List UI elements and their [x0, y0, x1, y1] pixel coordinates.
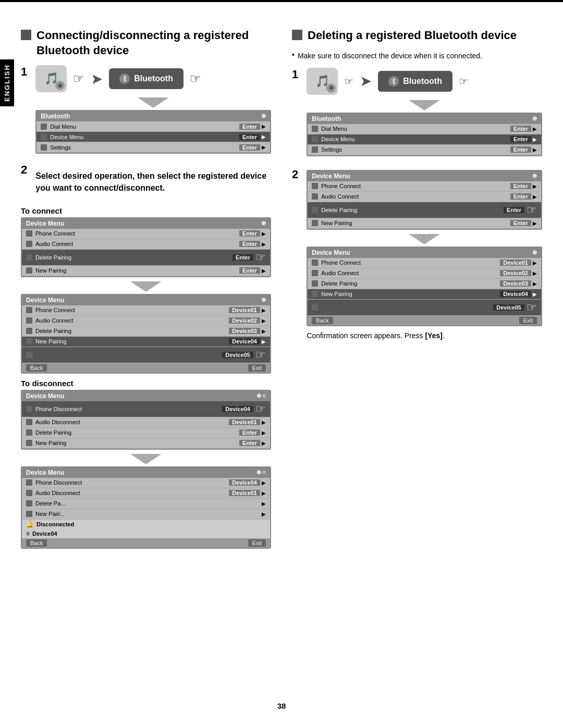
row-label: Device Menu	[321, 136, 510, 142]
bt-symbol-1: ⊕	[261, 113, 266, 120]
row-value: Device01	[500, 260, 531, 266]
connect-rows-2: Phone Connect Device01 ▶ Audio Connect D…	[22, 305, 270, 363]
row-value: Enter	[232, 254, 253, 261]
delete-rows-2: Phone Connect Device01 ▶ Audio Connect D…	[308, 258, 541, 316]
screen-row: Settings Enter ▶	[308, 145, 541, 155]
left-section-title: Connecting/disconnecting a registered Bl…	[21, 28, 271, 58]
hand-icon-6: ☞	[527, 203, 537, 217]
right-section-title: Deleting a registered Bluetooth device	[292, 28, 542, 43]
screen-row: Audio Disconnect Device01 ▶	[22, 488, 270, 499]
arrow-down-1	[35, 97, 271, 108]
row-icon	[26, 406, 32, 412]
row-icon	[26, 352, 32, 358]
delete-back-button[interactable]: Back	[312, 317, 333, 324]
row-arrow: ▶	[262, 501, 266, 507]
right-section: Deleting a registered Bluetooth device •…	[292, 28, 542, 687]
row-icon	[312, 146, 318, 153]
row-arrow: ▶	[262, 268, 266, 274]
row-arrow: ▶	[533, 291, 537, 297]
popup-text: Disconnected	[36, 521, 74, 527]
bullet-icon: •	[292, 51, 295, 59]
connect-rows-1: Phone Connect Enter ▶ Audio Connect Ente…	[22, 229, 270, 276]
row-value: Enter	[239, 267, 260, 274]
right-step2-number: 2	[292, 168, 298, 181]
back-button-2[interactable]: Back	[26, 539, 47, 547]
row-icon	[26, 500, 32, 507]
row-value: Enter	[510, 126, 531, 132]
right-bt-row: 🎵 ⚙ ☞ ➤ Bluetooth ☞	[307, 68, 542, 95]
row-label: Delete Pairing	[35, 254, 232, 261]
row-arrow: ▶	[262, 511, 266, 517]
row-arrow: ▶	[262, 124, 266, 129]
row-value: Device01	[229, 307, 260, 313]
row-arrow: ▶	[262, 328, 266, 334]
row-arrow: ▶	[262, 307, 266, 313]
exit-button[interactable]: Exit	[248, 364, 266, 372]
hand-icon-5: ☞	[255, 402, 266, 416]
row-icon	[41, 124, 47, 130]
exit-button-2[interactable]: Exit	[248, 539, 266, 547]
right-bluetooth-icon	[388, 76, 399, 87]
delete-header-2: Device Menu ⊕	[308, 248, 541, 258]
left-step1-number: 1	[21, 65, 27, 79]
row-arrow: ▶	[262, 419, 266, 425]
left-step1-row: 1 🎵 ⚙ ☞ ➤ Bluetoot	[21, 65, 271, 158]
disconnect-header-2: Device Menu ⊕ ≡	[22, 467, 270, 478]
screen-row: Audio Connect Enter ▶	[308, 192, 541, 202]
connect-screen-2: Device Menu ⊕ Phone Connect Device01 ▶ A…	[21, 294, 271, 374]
row-label: New Pairing	[35, 338, 229, 344]
row-value: Device03	[500, 280, 531, 287]
right-hand-icon-2: ☞	[459, 75, 468, 88]
row-label: Dial Menu	[50, 124, 239, 130]
popup-icon: 🔔	[26, 521, 34, 528]
row-value: Device05	[493, 304, 524, 311]
back-button[interactable]: Back	[26, 364, 47, 372]
delete-bt-1: ⊕	[532, 172, 537, 180]
row-label: Audio Connect	[321, 270, 500, 276]
row-arrow: ▶	[262, 490, 266, 496]
connect-header-2: Device Menu ⊕	[22, 295, 270, 305]
screen-row: Device Menu Enter ▶	[36, 132, 270, 142]
row-label: Audio Connect	[35, 241, 239, 247]
row-label: New Pairing	[35, 440, 239, 446]
connect-bt-1: ⊕	[261, 220, 266, 227]
screen-row: Audio Disconnect Device01 ▶	[22, 417, 270, 428]
row-label: New Pairi...	[35, 511, 260, 517]
row-arrow: ▶	[533, 147, 537, 153]
row-value: Enter	[239, 440, 260, 446]
right-bluetooth-button[interactable]: Bluetooth	[378, 71, 452, 92]
row-label: Phone Connect	[35, 307, 229, 313]
screen-header-1: Bluetooth ⊕	[36, 111, 270, 121]
delete-exit-button[interactable]: Exit	[519, 317, 537, 324]
row-icon	[312, 291, 318, 297]
left-bt-row: 🎵 ⚙ ☞ ➤ Bluetooth ☞	[35, 65, 271, 92]
row-arrow: ▶	[533, 270, 537, 276]
bluetooth-button[interactable]: Bluetooth	[109, 68, 183, 89]
right-bt-symbol: ⊕	[532, 115, 537, 122]
english-tab: ENGLISH	[0, 59, 14, 106]
confirmation-text: Confirmation screen appears. Press [Yes]…	[307, 331, 445, 340]
right-arrow-right-icon: ➤	[360, 72, 372, 90]
right-screen-title: Bluetooth	[312, 115, 341, 122]
row-value: Enter	[239, 230, 260, 237]
row-value: Device03	[229, 328, 260, 334]
bluetooth-icon	[119, 73, 130, 84]
left-step2-row: 2 Select desired operation, then select …	[21, 163, 271, 201]
right-title-icon	[292, 30, 302, 40]
connect-title-2: Device Menu	[26, 297, 64, 304]
row-label: Delete Pa...	[35, 500, 254, 507]
row-arrow: ▶	[262, 318, 266, 324]
row-icon	[26, 511, 32, 517]
delete-screen-1: Device Menu ⊕ Phone Connect Enter ▶	[307, 170, 542, 230]
screen-footer-2: Back Exit	[22, 363, 270, 373]
row-label: Dial Menu	[321, 126, 510, 132]
row-label: Settings	[321, 146, 510, 153]
right-screen-rows: Dial Menu Enter ▶ Device Menu Enter ▶	[308, 124, 541, 155]
row-icon	[41, 144, 47, 151]
row-icon	[312, 183, 318, 189]
left-section: ENGLISH Connecting/disconnecting a regis…	[21, 28, 271, 687]
row-value: Enter	[239, 429, 260, 436]
delete-title-2: Device Menu	[312, 249, 350, 256]
row-value: Device02	[500, 270, 531, 276]
left-step2-number: 2	[21, 163, 27, 177]
